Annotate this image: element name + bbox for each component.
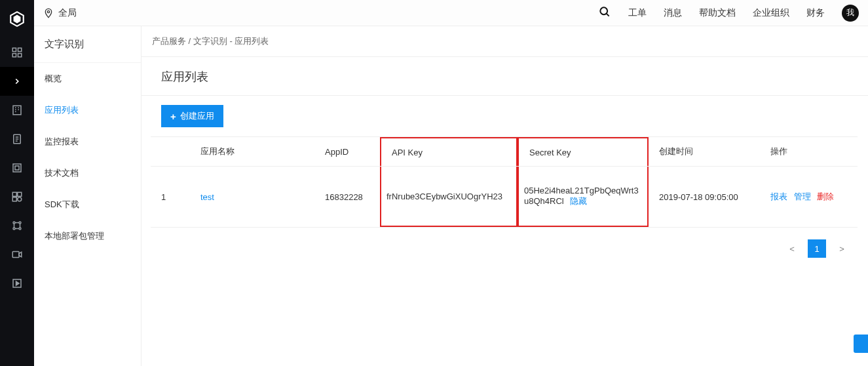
- rail-network-icon[interactable]: [0, 211, 34, 240]
- op-delete-link[interactable]: 删除: [817, 192, 834, 201]
- svg-marker-31: [19, 252, 22, 257]
- sidebar-item-deploy[interactable]: 本地部署包管理: [34, 220, 141, 252]
- app-table: 应用名称 AppID API Key Secret Key 创建时间 操作 1 …: [151, 136, 858, 228]
- cell-secret: 05He2i4heaL21TgPbQeqWrt3u8Qh4RCl 隐藏: [518, 167, 649, 228]
- svg-rect-4: [12, 54, 16, 57]
- rail-apps-icon[interactable]: [0, 182, 34, 211]
- svg-rect-18: [12, 192, 16, 196]
- svg-rect-20: [12, 197, 16, 201]
- svg-point-34: [47, 10, 49, 12]
- scope-label: 全局: [58, 7, 77, 19]
- table-header-row: 应用名称 AppID API Key Secret Key 创建时间 操作: [151, 137, 858, 167]
- nav-help[interactable]: 帮助文档: [699, 7, 736, 19]
- location-icon: [43, 8, 54, 18]
- cell-name: test: [190, 167, 314, 228]
- feedback-tab[interactable]: [854, 335, 868, 353]
- sidebar-item-docs[interactable]: 技术文档: [34, 157, 141, 189]
- svg-point-35: [600, 7, 607, 14]
- cell-idx: 1: [151, 167, 190, 228]
- svg-rect-19: [18, 192, 22, 196]
- svg-point-25: [19, 228, 21, 230]
- cell-ops: 报表 管理 删除: [760, 167, 858, 228]
- pagination: < 1 >: [142, 228, 868, 270]
- table-row: 1 test 16832228 frNrube3CEybwGiXUOgrYH23…: [151, 167, 858, 228]
- rail-frame-icon[interactable]: [0, 153, 34, 182]
- svg-rect-5: [18, 54, 22, 57]
- svg-rect-6: [13, 106, 21, 115]
- op-report-link[interactable]: 报表: [770, 192, 787, 201]
- page-title: 应用列表: [142, 57, 868, 96]
- cell-apikey: frNrube3CEybwGiXUOgrYH23: [380, 167, 518, 228]
- svg-marker-1: [14, 15, 21, 24]
- icon-rail: [0, 0, 34, 366]
- cell-appid: 16832228: [314, 167, 380, 228]
- rail-play-icon[interactable]: [0, 269, 34, 298]
- create-app-label: 创建应用: [180, 110, 214, 122]
- sidebar-title: 文字识别: [34, 26, 141, 63]
- sidebar: 文字识别 概览 应用列表 监控报表 技术文档 SDK下载 本地部署包管理: [34, 26, 142, 366]
- secret-toggle-link[interactable]: 隐藏: [570, 196, 587, 206]
- svg-point-23: [19, 222, 21, 224]
- col-name: 应用名称: [190, 137, 314, 167]
- op-manage-link[interactable]: 管理: [794, 192, 811, 201]
- col-apikey: API Key: [380, 137, 518, 167]
- rail-video-icon[interactable]: [0, 240, 34, 269]
- main: 产品服务 / 文字识别 - 应用列表 应用列表 + 创建应用 应用名称 AppI…: [142, 26, 868, 366]
- svg-rect-3: [18, 48, 22, 51]
- plus-icon: +: [170, 112, 176, 121]
- svg-point-24: [13, 228, 15, 230]
- pager-next[interactable]: >: [833, 239, 851, 258]
- sidebar-item-overview[interactable]: 概览: [34, 63, 141, 94]
- svg-rect-2: [12, 48, 16, 51]
- rail-building-icon[interactable]: [0, 96, 34, 125]
- sidebar-item-sdk[interactable]: SDK下载: [34, 189, 141, 220]
- col-secret: Secret Key: [518, 137, 649, 167]
- sidebar-item-app-list[interactable]: 应用列表: [34, 94, 141, 126]
- col-ops: 操作: [760, 137, 858, 167]
- nav-org[interactable]: 企业组织: [753, 7, 789, 19]
- topbar: 全局 工单 消息 帮助文档 企业组织 财务 我: [34, 0, 868, 26]
- app-name-link[interactable]: test: [200, 192, 214, 202]
- breadcrumb: 产品服务 / 文字识别 - 应用列表: [142, 26, 868, 57]
- scope-selector[interactable]: 全局: [43, 7, 77, 19]
- svg-rect-30: [12, 252, 19, 258]
- logo-icon[interactable]: [7, 9, 27, 29]
- svg-line-36: [607, 14, 609, 16]
- nav-ticket[interactable]: 工单: [628, 7, 647, 19]
- pager-prev[interactable]: <: [783, 239, 801, 258]
- create-app-button[interactable]: + 创建应用: [161, 105, 223, 127]
- search-icon[interactable]: [598, 5, 611, 20]
- rail-document-icon[interactable]: [0, 125, 34, 153]
- svg-rect-17: [15, 166, 19, 170]
- nav-finance[interactable]: 财务: [806, 7, 825, 19]
- svg-rect-16: [13, 164, 21, 172]
- cell-created: 2019-07-18 09:05:00: [649, 167, 760, 228]
- svg-point-22: [13, 222, 15, 224]
- rail-dashboard-icon[interactable]: [0, 38, 34, 67]
- pager-current[interactable]: 1: [808, 239, 826, 258]
- svg-marker-33: [16, 281, 20, 285]
- col-idx: [151, 137, 190, 167]
- rail-expand-icon[interactable]: [0, 67, 34, 96]
- svg-point-21: [18, 197, 22, 201]
- sidebar-item-monitor[interactable]: 监控报表: [34, 126, 141, 157]
- col-appid: AppID: [314, 137, 380, 167]
- col-created: 创建时间: [649, 137, 760, 167]
- toolbar: + 创建应用: [142, 96, 868, 136]
- avatar[interactable]: 我: [842, 5, 859, 22]
- nav-message[interactable]: 消息: [664, 7, 682, 19]
